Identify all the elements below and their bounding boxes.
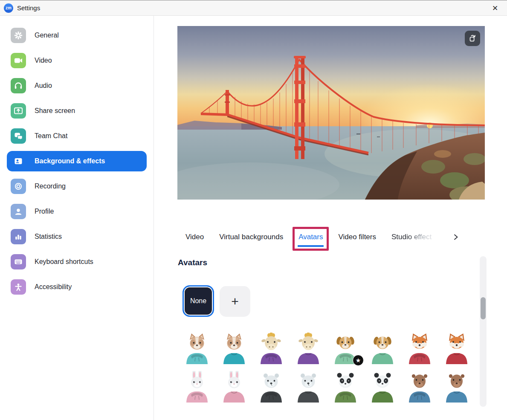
beaver-blue-tshirt-avatar[interactable]	[443, 371, 470, 403]
window-title: Settings	[17, 4, 40, 12]
sidebar-item-recording[interactable]: Recording	[7, 176, 147, 197]
record-icon	[11, 179, 26, 194]
scrollbar-thumb[interactable]	[481, 297, 486, 319]
cow-purple-tshirt-avatar[interactable]	[295, 333, 322, 364]
sidebar-item-audio[interactable]: Audio	[7, 75, 147, 96]
add-avatar-button[interactable]: +	[220, 286, 250, 317]
panda-green-tshirt-avatar[interactable]	[369, 371, 396, 403]
virtual-background-icon	[11, 154, 26, 169]
sidebar-item-label: Team Chat	[35, 132, 67, 140]
sidebar-item-background-effects[interactable]: Background & effects	[7, 151, 147, 171]
close-icon[interactable]: ✕	[488, 2, 502, 14]
polar-bear-gray-hoodie-avatar[interactable]	[258, 371, 284, 403]
tab-avatars[interactable]: Avatars	[298, 233, 323, 241]
dog-green-tshirt-avatar[interactable]	[369, 333, 396, 364]
sidebar-item-keyboard-shortcuts[interactable]: Keyboard shortcuts	[7, 252, 147, 272]
sidebar-item-label: Background & effects	[35, 157, 105, 165]
polar-bear-gray-tshirt-avatar[interactable]	[295, 371, 322, 403]
sidebar-item-label: Statistics	[35, 233, 62, 240]
keyboard-icon	[11, 254, 26, 269]
zoom-logo-icon: zm	[4, 3, 13, 13]
accessibility-icon	[11, 279, 26, 295]
beaver-blue-hoodie-avatar[interactable]	[406, 371, 433, 403]
title-bar: zm Settings ✕	[0, 0, 507, 16]
rabbit-pink-tshirt-avatar[interactable]	[221, 371, 247, 403]
golden-gate-bridge-photo	[177, 26, 485, 200]
background-preview-image	[177, 26, 485, 200]
main-panel: VideoVirtual backgroundsAvatarsVideo fil…	[154, 16, 507, 420]
rabbit-pink-hoodie-avatar[interactable]	[184, 371, 210, 403]
sidebar-item-label: Recording	[35, 182, 66, 190]
rotate-icon[interactable]	[465, 31, 480, 46]
tab-studio-effect[interactable]: Studio effect	[391, 233, 432, 241]
sidebar-item-label: Keyboard shortcuts	[35, 258, 93, 266]
corgi-teal-tshirt-avatar[interactable]	[221, 333, 247, 364]
person-icon	[11, 204, 26, 219]
sidebar-item-label: Video	[35, 57, 52, 64]
bar-chart-icon	[11, 229, 26, 244]
window-body: General Video Audio Share screen Team Ch…	[0, 16, 507, 420]
sidebar-item-profile[interactable]: Profile	[7, 201, 147, 222]
tab-video-filters[interactable]: Video filters	[338, 233, 376, 241]
panda-green-hoodie-avatar[interactable]	[332, 371, 359, 403]
sidebar-item-label: General	[35, 32, 59, 39]
avatars-heading: Avatars	[178, 258, 207, 267]
tab-bar: VideoVirtual backgroundsAvatarsVideo fil…	[185, 233, 459, 241]
settings-window: zm Settings ✕ General Video Audio Share …	[0, 0, 507, 420]
star-badge-icon: ★	[353, 355, 364, 366]
sidebar-item-team-chat[interactable]: Team Chat	[7, 126, 147, 146]
sidebar-item-share-screen[interactable]: Share screen	[7, 101, 147, 121]
corgi-teal-hoodie-avatar[interactable]	[184, 333, 210, 364]
gear-icon	[11, 28, 26, 43]
scrollbar[interactable]	[480, 256, 487, 407]
dog-green-hoodie-avatar[interactable]: ★	[332, 333, 359, 364]
fox-red-tshirt-avatar[interactable]	[443, 333, 470, 364]
headphones-icon	[11, 78, 26, 93]
avatar-none-button[interactable]: None	[183, 285, 214, 317]
sidebar-item-label: Share screen	[35, 107, 75, 115]
avatar-grid: ★	[182, 333, 479, 409]
video-camera-icon	[11, 53, 26, 68]
sidebar-item-video[interactable]: Video	[7, 50, 147, 71]
share-screen-icon	[11, 103, 26, 119]
tab-virtual-backgrounds[interactable]: Virtual backgrounds	[219, 233, 283, 241]
tab-video[interactable]: Video	[185, 233, 204, 241]
sidebar-item-accessibility[interactable]: Accessibility	[7, 277, 147, 297]
chevron-right-icon[interactable]	[453, 234, 459, 240]
cow-purple-hoodie-avatar[interactable]	[258, 333, 284, 364]
fox-red-hoodie-avatar[interactable]	[406, 333, 433, 364]
sidebar-item-label: Profile	[35, 208, 54, 215]
sidebar-item-general[interactable]: General	[7, 25, 147, 46]
sidebar-item-label: Accessibility	[35, 283, 72, 291]
sidebar-item-statistics[interactable]: Statistics	[7, 226, 147, 247]
chat-bubbles-icon	[11, 128, 26, 144]
sidebar: General Video Audio Share screen Team Ch…	[0, 16, 154, 420]
sidebar-item-label: Audio	[35, 82, 52, 90]
active-tab-underline	[298, 245, 324, 247]
